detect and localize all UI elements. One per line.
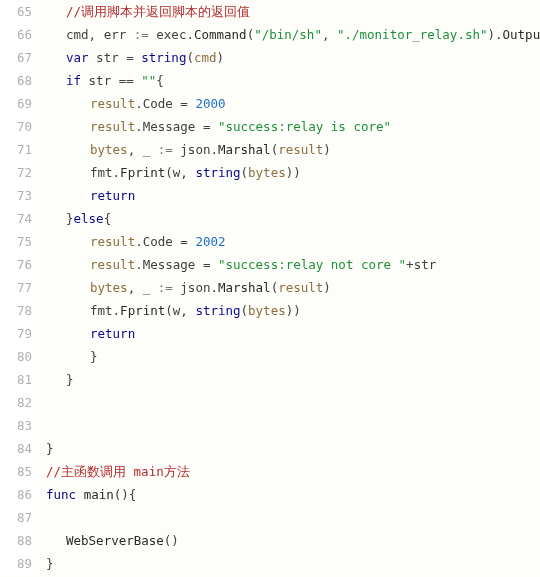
code-line: } — [46, 437, 540, 460]
token: fmt. — [90, 303, 120, 318]
keyword: else — [74, 211, 104, 226]
token: ) — [217, 50, 225, 65]
token: (w, — [165, 303, 195, 318]
token: .Code = — [135, 234, 195, 249]
string: "" — [141, 73, 156, 88]
token: Fprint — [120, 165, 165, 180]
token: } — [46, 441, 54, 456]
string: "./monitor_relay.sh" — [337, 27, 488, 42]
token: Output — [503, 27, 540, 42]
token: := — [134, 27, 149, 42]
token: Marshal — [218, 142, 271, 157]
token: , — [322, 27, 337, 42]
line-number: 89 — [0, 552, 32, 575]
token: , _ — [128, 280, 158, 295]
line-number: 70 — [0, 115, 32, 138]
token: cmd, err — [66, 27, 134, 42]
token: .Code = — [135, 96, 195, 111]
token: Command — [194, 27, 247, 42]
code-line: cmd, err := exec.Command("/bin/sh", "./m… — [46, 23, 540, 46]
code-line: result.Message = "success:relay not core… — [46, 253, 540, 276]
line-number: 86 — [0, 483, 32, 506]
comment: //主函数调用 main方法 — [46, 464, 190, 479]
token: (){ — [114, 487, 137, 502]
line-number: 71 — [0, 138, 32, 161]
code-line — [46, 414, 540, 437]
token: json. — [173, 280, 218, 295]
code-line: var str = string(cmd) — [46, 46, 540, 69]
keyword: func — [46, 487, 76, 502]
identifier: bytes — [90, 280, 128, 295]
code-line: bytes, _ := json.Marshal(result) — [46, 276, 540, 299]
identifier: bytes — [90, 142, 128, 157]
token: )) — [286, 165, 301, 180]
code-line: bytes, _ := json.Marshal(result) — [46, 138, 540, 161]
token: ( — [186, 50, 194, 65]
code-line: return — [46, 322, 540, 345]
identifier: result — [90, 234, 135, 249]
type: string — [195, 165, 240, 180]
line-number: 87 — [0, 506, 32, 529]
line-number: 81 — [0, 368, 32, 391]
token: } — [90, 349, 98, 364]
token: } — [66, 372, 74, 387]
token: json. — [173, 142, 218, 157]
code-area[interactable]: //调用脚本并返回脚本的返回值 cmd, err := exec.Command… — [40, 0, 540, 575]
token: WebServerBase — [66, 533, 164, 548]
token: main — [84, 487, 114, 502]
code-line: fmt.Fprint(w, string(bytes)) — [46, 299, 540, 322]
line-number: 88 — [0, 529, 32, 552]
comment: //调用脚本并返回脚本的返回值 — [66, 4, 250, 19]
line-number: 79 — [0, 322, 32, 345]
number: 2000 — [195, 96, 225, 111]
line-number: 72 — [0, 161, 32, 184]
token: () — [164, 533, 179, 548]
token: := — [158, 142, 173, 157]
line-number: 76 — [0, 253, 32, 276]
code-line: }else{ — [46, 207, 540, 230]
code-line: //主函数调用 main方法 — [46, 460, 540, 483]
token: exec. — [149, 27, 194, 42]
code-line: } — [46, 552, 540, 575]
identifier: result — [90, 257, 135, 272]
token: ( — [241, 303, 249, 318]
code-line: WebServerBase() — [46, 529, 540, 552]
identifier: cmd — [194, 50, 217, 65]
token: ( — [241, 165, 249, 180]
token: ) — [323, 280, 331, 295]
line-number: 65 — [0, 0, 32, 23]
token: } — [66, 211, 74, 226]
line-number: 82 — [0, 391, 32, 414]
line-number: 85 — [0, 460, 32, 483]
line-number: 74 — [0, 207, 32, 230]
line-number: 77 — [0, 276, 32, 299]
keyword: return — [90, 326, 135, 341]
token: { — [104, 211, 112, 226]
token: , _ — [128, 142, 158, 157]
code-line: fmt.Fprint(w, string(bytes)) — [46, 161, 540, 184]
token: := — [158, 280, 173, 295]
string: "success:relay not core " — [218, 257, 406, 272]
identifier: result — [278, 142, 323, 157]
type: string — [195, 303, 240, 318]
token: (w, — [165, 165, 195, 180]
identifier: bytes — [248, 165, 286, 180]
token — [76, 487, 84, 502]
line-number: 67 — [0, 46, 32, 69]
token: ) — [323, 142, 331, 157]
token: Marshal — [218, 280, 271, 295]
code-line: result.Code = 2000 — [46, 92, 540, 115]
number: 2002 — [195, 234, 225, 249]
identifier: bytes — [248, 303, 286, 318]
code-line: } — [46, 368, 540, 391]
keyword: if — [66, 73, 81, 88]
code-line: return — [46, 184, 540, 207]
code-line: //调用脚本并返回脚本的返回值 — [46, 0, 540, 23]
code-line — [46, 391, 540, 414]
code-line — [46, 506, 540, 529]
line-number: 83 — [0, 414, 32, 437]
line-number: 73 — [0, 184, 32, 207]
line-number-gutter: 65 66 67 68 69 70 71 72 73 74 75 76 77 7… — [0, 0, 40, 575]
line-number: 66 — [0, 23, 32, 46]
keyword: var — [66, 50, 89, 65]
